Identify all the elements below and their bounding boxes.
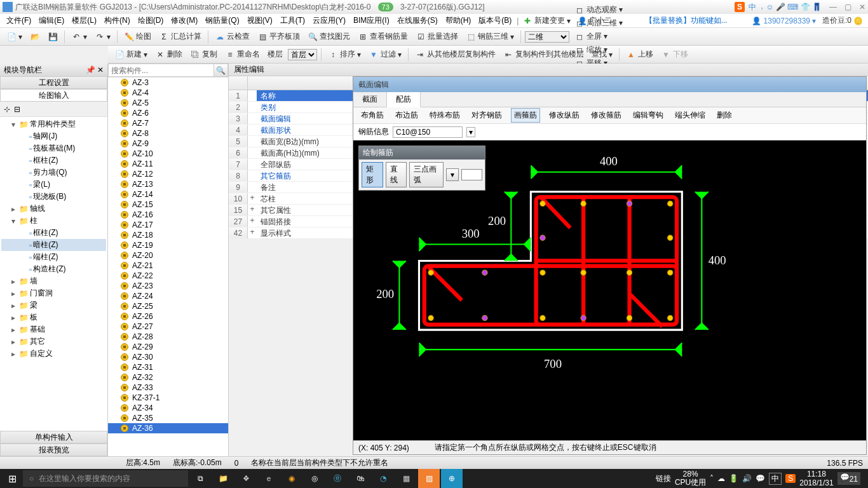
menu-item[interactable]: 在线服务(S): [393, 15, 442, 26]
tree-item[interactable]: ▸📁其它: [1, 336, 106, 348]
list-item[interactable]: AZ-29: [108, 342, 228, 352]
sogou-icon[interactable]: S: [735, 2, 745, 12]
nav-section-single[interactable]: 单构件输入: [0, 431, 107, 444]
list-item[interactable]: AZ-3: [108, 78, 228, 88]
menu-item[interactable]: 绘图(D): [134, 15, 168, 26]
view-button[interactable]: ◻全屏 ▾: [572, 30, 625, 43]
nav-section-report[interactable]: 报表预览: [0, 444, 107, 456]
menu-item[interactable]: 文件(F): [3, 15, 35, 26]
tree-item[interactable]: ▫端柱(Z): [1, 251, 106, 263]
list-item[interactable]: AZ-24: [108, 291, 228, 301]
delete-button[interactable]: ✕删除: [153, 48, 185, 61]
find-button[interactable]: 查找 ▾: [589, 48, 615, 61]
list-item[interactable]: AZ-18: [108, 230, 228, 240]
menu-item[interactable]: 楼层(L): [68, 15, 100, 26]
section-tab[interactable]: 配筋: [387, 92, 421, 107]
sogou-tray[interactable]: S: [785, 474, 796, 483]
menu-item[interactable]: 编辑(E): [35, 15, 68, 26]
coin-button[interactable]: 造价豆:0 🪙: [820, 14, 865, 27]
app-icon-4[interactable]: ▦: [395, 469, 417, 488]
new-file-button[interactable]: 📄▾: [4, 30, 25, 43]
list-item[interactable]: AZ-8: [108, 128, 228, 139]
tree-item[interactable]: ▸📁墙: [1, 275, 106, 287]
tree-item[interactable]: ▸📁板: [1, 311, 106, 323]
tree-item[interactable]: ▫现浇板(B): [1, 191, 106, 203]
section-tool-button[interactable]: 对齐钢筋: [469, 109, 505, 122]
list-item[interactable]: AZ-36: [108, 423, 228, 433]
volume-icon[interactable]: 🔊: [742, 474, 752, 483]
chrome-icon[interactable]: ◎: [304, 469, 325, 488]
tree-item[interactable]: ▫暗柱(Z): [1, 239, 106, 251]
menu-item[interactable]: 构件(N): [100, 15, 134, 26]
batch-replace-link[interactable]: 【批量替换】功能键如...: [645, 15, 728, 26]
find-element-button[interactable]: 🔍查找图元: [305, 30, 353, 43]
tree-item[interactable]: ▸📁轴线: [1, 203, 106, 215]
clock[interactable]: 11:182018/1/31: [799, 470, 833, 488]
section-tool-button[interactable]: 端头伸缩: [672, 109, 708, 122]
section-canvas[interactable]: 绘制箍筋 矩形直线三点画弧▾: [353, 140, 866, 440]
nav-section-draw[interactable]: 绘图输入: [0, 89, 107, 102]
search-input[interactable]: [108, 64, 214, 77]
list-item[interactable]: AZ-28: [108, 332, 228, 342]
list-item[interactable]: AZ-22: [108, 271, 228, 281]
view-button[interactable]: ◻局部三维 ▾: [572, 17, 625, 30]
list-item[interactable]: AZ-16: [108, 210, 228, 220]
section-tool-button[interactable]: 布边筋: [393, 109, 421, 122]
link-status[interactable]: 链接: [656, 473, 671, 484]
save-button[interactable]: 💾: [45, 30, 60, 43]
copy-to-floor-button[interactable]: ⇤复制构件到其他楼层: [501, 48, 587, 61]
app-icon-2[interactable]: ◉: [281, 469, 302, 488]
section-tool-button[interactable]: 修改纵筋: [546, 109, 582, 122]
section-tool-button[interactable]: 修改箍筋: [588, 109, 624, 122]
cloud-check-button[interactable]: ☁云检查: [212, 30, 252, 43]
list-item[interactable]: AZ-19: [108, 240, 228, 250]
list-item[interactable]: AZ-9: [108, 139, 228, 149]
tree-item[interactable]: ▫框柱(Z): [1, 154, 106, 166]
menu-item[interactable]: 钢筋量(Q): [201, 15, 243, 26]
item-list[interactable]: AZ-3AZ-4AZ-5AZ-6AZ-7AZ-8AZ-9AZ-10AZ-11AZ…: [108, 78, 228, 456]
pin-icon[interactable]: 📌 ✕: [86, 65, 104, 74]
list-item[interactable]: AZ-14: [108, 189, 228, 200]
tree-item[interactable]: ▫筏板基础(M): [1, 142, 106, 154]
list-item[interactable]: AZ-27: [108, 322, 228, 332]
color-swatch[interactable]: [461, 169, 482, 180]
list-item[interactable]: AZ-33: [108, 383, 228, 393]
view-mode-select[interactable]: 二维: [525, 31, 569, 43]
ime-tray[interactable]: 中: [769, 473, 782, 485]
filter-button[interactable]: ▼过滤 ▾: [366, 48, 404, 61]
list-item[interactable]: AZ-35: [108, 413, 228, 423]
task-view-icon[interactable]: ⧉: [189, 469, 211, 488]
copy-from-floor-button[interactable]: ⇥从其他楼层复制构件: [412, 48, 498, 61]
list-item[interactable]: AZ-31: [108, 362, 228, 372]
list-item[interactable]: AZ-26: [108, 311, 228, 322]
copy-button[interactable]: ⿻复制: [187, 48, 220, 61]
new-comp-button[interactable]: 📄新建 ▾: [112, 48, 150, 61]
align-top-button[interactable]: ▤平齐板顶: [255, 30, 302, 43]
tree-expand-icon[interactable]: ⊹: [4, 105, 10, 114]
list-item[interactable]: AZ-20: [108, 250, 228, 261]
start-button[interactable]: ⊞: [3, 469, 22, 488]
sum-button[interactable]: Σ汇总计算: [156, 30, 204, 43]
tree-item[interactable]: ▫轴网(J): [1, 130, 106, 142]
sort-button[interactable]: ↕排序 ▾: [325, 48, 363, 61]
list-item[interactable]: AZ-21: [108, 261, 228, 271]
new-change-button[interactable]: ✚新建变更 ▾: [520, 14, 573, 27]
shape-button[interactable]: 三点画弧: [409, 162, 443, 187]
menu-item[interactable]: 工具(T): [276, 15, 309, 26]
draw-button[interactable]: ✏️绘图: [121, 30, 154, 43]
list-item[interactable]: AZ-5: [108, 98, 228, 108]
list-item[interactable]: AZ-34: [108, 403, 228, 413]
tree-item[interactable]: ▸📁门窗洞: [1, 287, 106, 299]
menu-item[interactable]: BIM应用(I): [349, 15, 393, 26]
redo-button[interactable]: ↷▾: [92, 30, 113, 43]
menu-item[interactable]: 帮助(H): [442, 15, 475, 26]
menu-item[interactable]: 修改(M): [167, 15, 201, 26]
list-item[interactable]: AZ-32: [108, 372, 228, 383]
store-icon[interactable]: 🛍: [349, 469, 371, 488]
search-button[interactable]: 🔍: [214, 64, 228, 77]
list-item[interactable]: AZ-23: [108, 281, 228, 291]
explorer-icon[interactable]: 📁: [212, 469, 234, 488]
rebar-info-input[interactable]: [393, 126, 463, 138]
tree-collapse-icon[interactable]: ⊟: [14, 105, 20, 114]
tree-item[interactable]: ▾📁常用构件类型: [1, 118, 106, 130]
